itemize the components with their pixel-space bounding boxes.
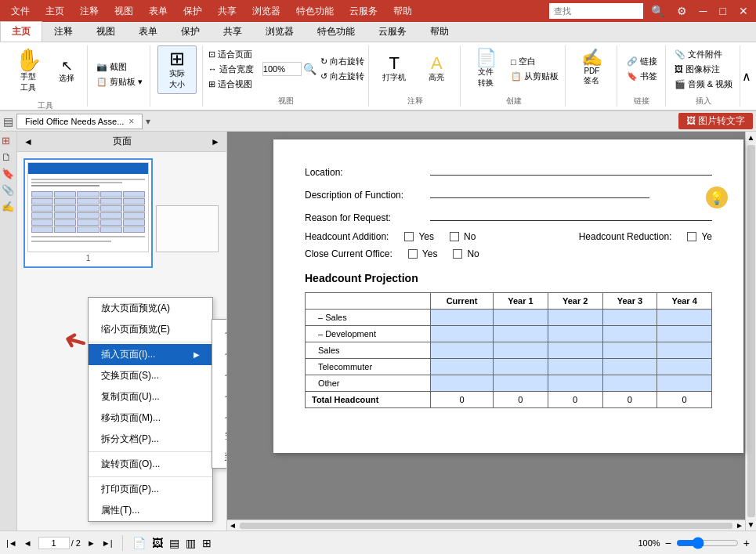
ctx-props[interactable]: 属性(T)... (89, 500, 212, 521)
row-total-y4[interactable]: 0 (657, 392, 712, 408)
row-telecom-y4[interactable] (657, 359, 712, 375)
status-icon-4[interactable]: ▥ (186, 537, 196, 549)
fit-width-button[interactable]: ↔ 适合宽度 (206, 63, 256, 76)
row-telecom-y3[interactable] (602, 359, 657, 375)
side-icon-home[interactable]: ⊞ (2, 135, 15, 147)
maximize-icon[interactable]: □ (715, 3, 731, 19)
row-other-y1[interactable] (494, 375, 548, 392)
scrollbar[interactable]: ▲ ▼ (745, 132, 756, 530)
h-scroll-thumb[interactable] (240, 523, 732, 529)
sub-blank-page[interactable]: 空白页面(B)... (212, 425, 226, 447)
ha-no-checkbox[interactable] (450, 232, 459, 241)
row-telecom-y1[interactable] (494, 359, 548, 375)
co-no-checkbox[interactable] (453, 249, 462, 259)
row-sales-y2[interactable] (548, 310, 602, 326)
typewriter-button[interactable]: T 打字机 (374, 51, 414, 87)
audio-video-button[interactable]: 🎬 音频 & 视频 (672, 78, 735, 91)
link-button[interactable]: 🔗 链接 (624, 55, 660, 68)
rotate-right-button[interactable]: ↻ 向右旋转 (318, 55, 367, 68)
pdf-sign-button[interactable]: ✍ PDF签名 (572, 45, 611, 90)
function-field[interactable] (430, 186, 649, 198)
sub-from-clipboard[interactable]: 从剪贴板(C)... (212, 404, 226, 425)
ribbon-collapse[interactable]: ∧ (742, 45, 751, 107)
sub-from-folder[interactable]: 从文件夹(D)... (212, 341, 226, 362)
row-sales2-current[interactable] (431, 342, 494, 359)
actual-size-button[interactable]: ⊞ 实际大小 (157, 45, 197, 94)
file-convert-button[interactable]: 📄 文件转换 (466, 45, 505, 92)
row-dev-y1[interactable] (494, 326, 548, 342)
status-icon-1[interactable]: 📄 (132, 537, 146, 549)
row-sales-current[interactable] (431, 310, 494, 326)
tab-close-button[interactable]: × (128, 116, 134, 127)
rotate-left-button[interactable]: ↺ 向左旋转 (318, 70, 367, 83)
row-dev-current[interactable] (431, 326, 494, 342)
bookmark-button[interactable]: 🔖 书签 (624, 70, 660, 83)
fit-page-button[interactable]: ⊡ 适合页面 (206, 48, 256, 61)
row-dev-y3[interactable] (602, 326, 657, 342)
row-total-y1[interactable]: 0 (494, 392, 548, 408)
tab-form[interactable]: 表单 (127, 21, 169, 42)
tab-share[interactable]: 共享 (212, 21, 254, 42)
menu-protect[interactable]: 保护 (175, 2, 210, 21)
tab-view[interactable]: 视图 (85, 21, 127, 42)
ctx-insert[interactable]: 插入页面(I)... ▶ (89, 344, 212, 365)
img-to-text-button[interactable]: 🖼 图片转文字 (678, 113, 753, 129)
main-doc[interactable]: ▲ ▼ 💡 Location: Description of Function:… (227, 132, 756, 530)
tab-browser[interactable]: 浏览器 (254, 21, 306, 42)
collapse-icon[interactable]: ∧ (742, 69, 751, 84)
from-clipboard-button[interactable]: 📋 从剪贴板 (508, 70, 561, 83)
scroll-down-btn[interactable]: ▼ (746, 519, 756, 530)
ctx-move[interactable]: 移动页面(M)... (89, 407, 212, 429)
hand-tool-button[interactable]: ✋ 手型工具 (9, 45, 48, 97)
settings-icon[interactable]: ⚙ (672, 3, 692, 19)
row-dev-y2[interactable] (548, 326, 602, 342)
row-sales-y3[interactable] (602, 310, 657, 326)
status-icon-3[interactable]: ▤ (169, 537, 179, 549)
sub-from-scanner[interactable]: 从扫描仪(S)... (212, 383, 226, 404)
minimize-icon[interactable]: ─ (695, 3, 712, 19)
whitespace-button[interactable]: □ 空白 (508, 55, 561, 68)
zoom-input[interactable] (262, 62, 302, 76)
ctx-print[interactable]: 打印页面(P)... (89, 479, 212, 500)
status-prev-btn[interactable]: ◄ (24, 538, 32, 548)
select-button[interactable]: ↖ 选择 (51, 56, 82, 86)
page-thumb-1[interactable]: 1 (24, 158, 153, 268)
sub-from-file[interactable]: 从文件(F)... (212, 320, 226, 341)
side-icon-bookmarks[interactable]: 🔖 (2, 168, 15, 179)
row-sales-y4[interactable] (657, 310, 712, 326)
tab-annotate[interactable]: 注释 (42, 21, 85, 42)
zoom-plus-btn[interactable]: + (743, 537, 750, 549)
scroll-right-btn[interactable]: ► (734, 520, 745, 530)
close-icon[interactable]: ✕ (734, 3, 753, 19)
row-dev-y4[interactable] (657, 326, 712, 342)
hr-ye-checkbox[interactable] (687, 232, 696, 241)
reason-field[interactable] (430, 208, 712, 221)
row-telecom-y2[interactable] (548, 359, 602, 375)
menu-browser[interactable]: 浏览器 (244, 2, 288, 21)
menu-special[interactable]: 特色功能 (288, 2, 342, 21)
ctx-shrink[interactable]: 缩小页面预览(E) (89, 319, 212, 340)
search-input[interactable] (549, 3, 643, 19)
row-other-y2[interactable] (548, 375, 602, 392)
co-yes-checkbox[interactable] (408, 249, 418, 259)
tab-cloud[interactable]: 云服务 (367, 21, 418, 42)
zoom-icon[interactable]: 🔍 (303, 63, 317, 75)
tab-special[interactable]: 特色功能 (306, 21, 367, 42)
status-last-btn[interactable]: ►| (102, 538, 113, 548)
status-icon-2[interactable]: 🖼 (152, 537, 163, 549)
row-other-y4[interactable] (657, 375, 712, 392)
ctx-split[interactable]: 拆分文档(P)... (89, 429, 212, 450)
zoom-minus-btn[interactable]: − (665, 537, 671, 549)
tab-home[interactable]: 主页 (0, 21, 42, 42)
clipboard-button[interactable]: 📋 剪贴板 ▾ (94, 75, 145, 89)
row-total-y3[interactable]: 0 (602, 392, 657, 408)
status-next-btn[interactable]: ► (87, 538, 96, 548)
file-attach-button[interactable]: 📎 文件附件 (672, 48, 735, 61)
scroll-left-btn[interactable]: ◄ (227, 520, 238, 530)
row-telecom-current[interactable] (431, 359, 494, 375)
row-other-y3[interactable] (602, 375, 657, 392)
search-icon[interactable]: 🔍 (646, 3, 669, 19)
screenshot-button[interactable]: 📷 截图 (94, 60, 145, 74)
page-input[interactable] (38, 537, 70, 549)
sub-to-file[interactable]: 到文件... (212, 447, 226, 468)
